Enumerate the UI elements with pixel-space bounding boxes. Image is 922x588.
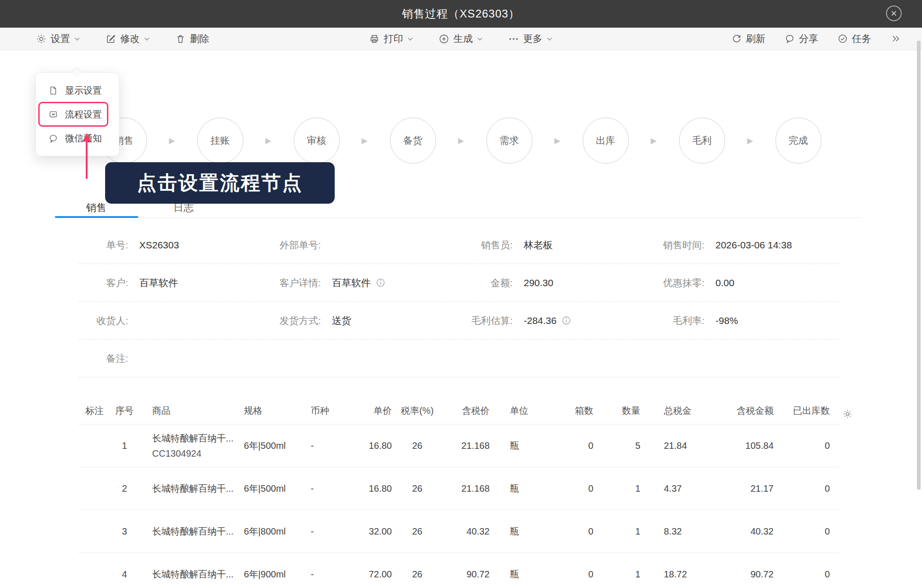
form-field-label: 毛利率: (645, 314, 704, 327)
flow-step-7[interactable]: 毛利 (679, 118, 725, 164)
table-cell-tax_amount: 40.32 (703, 510, 784, 553)
column-header: 含税金额 (703, 397, 784, 424)
table-cell-seq: 1 (111, 424, 138, 467)
form-field-label: 销售员: (456, 239, 513, 252)
table-cell-tax_rate: 26 (396, 424, 438, 467)
menu-item-flow-settings[interactable]: 流程设置 (36, 102, 119, 126)
column-header: 序号 (111, 397, 138, 424)
chevron-down-icon (74, 35, 81, 42)
dialog-title: 销售过程（XS26303） (0, 0, 922, 28)
settings-label: 设置 (51, 32, 70, 45)
form-field: 外部单号: (258, 239, 456, 252)
menu-item-wechat-notify[interactable]: 微信通知 (36, 126, 119, 150)
toolbar-left-group: 设置 修改 删除 (36, 32, 209, 45)
table-cell-shipped: 0 (784, 424, 839, 467)
close-icon (890, 10, 898, 17)
settings-button[interactable]: 设置 (36, 32, 81, 45)
titlebar: 销售过程（XS26303） (0, 0, 922, 28)
generate-button[interactable]: 生成 (439, 32, 484, 45)
table-cell-spec: 6年|500ml (237, 424, 300, 467)
table-cell-product: 长城特酿解百纳干... (138, 510, 237, 553)
info-icon-button[interactable] (376, 278, 385, 287)
form-field-label: 优惠抹零: (645, 276, 704, 289)
expand-button[interactable] (891, 34, 901, 44)
column-header: 标注 (78, 397, 111, 424)
flow-step-6[interactable]: 出库 (583, 118, 629, 164)
column-header: 已出库数 (784, 397, 839, 424)
flow-arrow-icon: ▶ (532, 136, 583, 146)
table-cell-total_tax: 18.72 (641, 553, 703, 588)
more-button[interactable]: 更多 (508, 32, 553, 45)
table-row: 4长城特酿解百纳干...6年|900ml-72.002690.72瓶0118.7… (78, 553, 839, 588)
arrow-head (83, 133, 91, 141)
form-field-label: 金额: (456, 276, 513, 289)
print-button[interactable]: 打印 (369, 32, 414, 45)
table-cell-mark (78, 467, 111, 510)
table-cell-currency: - (300, 424, 353, 467)
table-cell-unit: 瓶 (493, 510, 530, 553)
refresh-icon (732, 34, 742, 44)
toolbar-center-group: 打印 生成 更多 (369, 32, 553, 45)
column-header: 税率(%) (396, 397, 438, 424)
form-field-value: 290.30 (524, 277, 553, 288)
form-field-label: 发货方式: (258, 314, 321, 327)
form-field-value: 百草软件 (332, 276, 371, 289)
share-button[interactable]: 分享 (785, 32, 818, 45)
generate-label: 生成 (454, 32, 473, 45)
close-button[interactable] (886, 6, 902, 21)
flow-step-8[interactable]: 完成 (775, 118, 822, 164)
refresh-button[interactable]: 刷新 (732, 32, 765, 45)
chat-bubble-icon (785, 34, 795, 44)
table-cell-unit_price: 32.00 (353, 510, 396, 553)
form-field: 单号:XS26303 (78, 239, 258, 252)
column-header: 币种 (300, 397, 353, 424)
flow-step-3[interactable]: 审核 (294, 118, 340, 164)
flow-arrow-icon: ▶ (340, 136, 390, 146)
form-field: 收货人: (78, 314, 258, 327)
table-cell-currency: - (300, 553, 353, 588)
table-cell-qty: 1 (597, 553, 641, 588)
product-name: 长城特酿解百纳干... (152, 525, 237, 538)
table-column-settings-button[interactable] (843, 409, 852, 421)
product-name: 长城特酿解百纳干... (152, 432, 237, 445)
tab-sale[interactable]: 销售 (86, 201, 106, 215)
form-field-value: -284.36 (524, 315, 556, 326)
form-field-value: 2026-03-06 14:38 (715, 240, 792, 251)
annotation-tooltip-text: 点击设置流程节点 (137, 170, 303, 196)
form-field-label: 客户详情: (258, 276, 321, 289)
form-field: 客户详情:百草软件 (258, 276, 456, 289)
delete-button[interactable]: 删除 (175, 32, 209, 45)
column-header: 箱数 (530, 397, 597, 424)
vertical-scrollbar-thumb[interactable] (917, 41, 921, 490)
table-cell-shipped: 0 (784, 553, 839, 588)
form-field-value: XS26303 (139, 240, 179, 251)
form-row: 备注: (78, 340, 839, 377)
form-field-label: 客户: (78, 276, 128, 289)
flow-arrow-icon: ▶ (436, 136, 486, 146)
task-button[interactable]: 任务 (838, 32, 871, 45)
modify-button[interactable]: 修改 (106, 32, 150, 45)
form-field: 销售员:林老板 (456, 239, 645, 252)
table-cell-tax_amount: 90.72 (703, 553, 784, 588)
flow-step-5[interactable]: 需求 (486, 118, 532, 164)
flow-arrow-icon: ▶ (147, 136, 197, 146)
flow-step-2[interactable]: 挂账 (197, 118, 243, 164)
table-row: 1长城特酿解百纳干...CC13049246年|500ml-16.802621.… (78, 424, 839, 467)
flow-step-label: 备货 (403, 134, 423, 147)
table-cell-qty: 5 (597, 424, 641, 467)
flow-step-4[interactable]: 备货 (390, 118, 436, 164)
column-header: 数量 (597, 397, 641, 424)
info-icon[interactable] (562, 316, 571, 325)
flow-step-label: 审核 (307, 134, 326, 147)
table-cell-tax_price: 21.168 (438, 467, 493, 510)
info-icon[interactable] (376, 278, 385, 287)
toolbar-right-group: 刷新 分享 任务 (732, 32, 901, 45)
chevron-down-icon (143, 35, 150, 42)
form-field: 毛利估算:-284.36 (456, 314, 645, 327)
menu-item-display-settings[interactable]: 显示设置 (36, 78, 119, 102)
info-icon-button[interactable] (562, 316, 571, 325)
column-header: 商品 (138, 397, 237, 424)
plus-circle-icon (439, 34, 449, 44)
more-label: 更多 (523, 32, 543, 45)
form-field: 发货方式:送货 (258, 314, 456, 327)
